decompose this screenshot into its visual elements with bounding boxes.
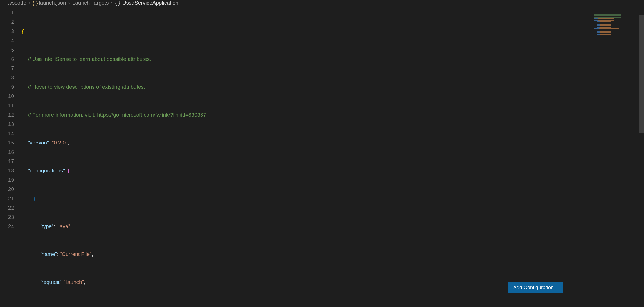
- line-number: 12: [0, 110, 14, 119]
- line-number: 13: [0, 119, 14, 129]
- code-line[interactable]: // Hover to view descriptions of existin…: [22, 82, 644, 92]
- line-number: 19: [0, 175, 14, 184]
- line-number: 22: [0, 203, 14, 212]
- breadcrumb-seg-section[interactable]: Launch Targets: [72, 0, 109, 6]
- line-number: 8: [0, 73, 14, 82]
- line-number: 23: [0, 212, 14, 222]
- breadcrumb-seg-item[interactable]: UssdServiceApplication: [122, 0, 179, 6]
- line-number-gutter: 1 2 3 4 5 6 7 8 9 10 11 12 13 14 15 16 1…: [0, 7, 22, 307]
- code-line[interactable]: // Use IntelliSense to learn about possi…: [22, 54, 644, 64]
- breadcrumb-seg-folder[interactable]: .vscode: [8, 0, 26, 6]
- code-content[interactable]: { // Use IntelliSense to learn about pos…: [22, 7, 644, 307]
- line-number: 11: [0, 101, 14, 110]
- chevron-icon: ›: [68, 0, 70, 6]
- line-number: 10: [0, 92, 14, 101]
- breadcrumb[interactable]: .vscode › {⋅} launch.json › Launch Targe…: [0, 0, 644, 7]
- braces-icon: { }: [115, 0, 120, 6]
- add-configuration-button[interactable]: Add Configuration...: [508, 282, 563, 293]
- code-line[interactable]: "name": "Current File",: [22, 250, 644, 259]
- code-line[interactable]: "version": "0.2.0",: [22, 138, 644, 147]
- line-number: 20: [0, 184, 14, 194]
- line-number: 4: [0, 36, 14, 45]
- code-line[interactable]: "type": "java",: [22, 222, 644, 231]
- vertical-scrollbar[interactable]: [639, 15, 644, 133]
- chevron-icon: ›: [111, 0, 113, 6]
- line-number: 7: [0, 64, 14, 73]
- code-line[interactable]: {: [22, 26, 644, 36]
- line-number: 5: [0, 45, 14, 54]
- line-number: 1: [0, 8, 14, 17]
- chevron-icon: ›: [28, 0, 30, 6]
- code-line[interactable]: "mainClass": "${file}": [22, 305, 644, 307]
- code-line[interactable]: // For more information, visit: https://…: [22, 110, 644, 119]
- editor[interactable]: 1 2 3 4 5 6 7 8 9 10 11 12 13 14 15 16 1…: [0, 7, 644, 307]
- json-file-icon: {⋅}: [33, 0, 38, 6]
- line-number: 14: [0, 129, 14, 138]
- code-line[interactable]: {: [22, 194, 644, 203]
- line-number: 21: [0, 194, 14, 203]
- line-number: 2: [0, 17, 14, 26]
- line-number: 17: [0, 157, 14, 166]
- breadcrumb-seg-file[interactable]: launch.json: [39, 0, 66, 6]
- minimap[interactable]: [594, 14, 639, 41]
- code-line[interactable]: "configurations": [: [22, 166, 644, 175]
- line-number: 3: [0, 26, 14, 36]
- doc-link[interactable]: https://go.microsoft.com/fwlink/?linkid=…: [97, 112, 206, 118]
- line-number: 9: [0, 82, 14, 92]
- line-number: 15: [0, 138, 14, 147]
- line-number: 24: [0, 222, 14, 231]
- line-number: 16: [0, 147, 14, 157]
- line-number: 18: [0, 166, 14, 175]
- line-number: 6: [0, 54, 14, 64]
